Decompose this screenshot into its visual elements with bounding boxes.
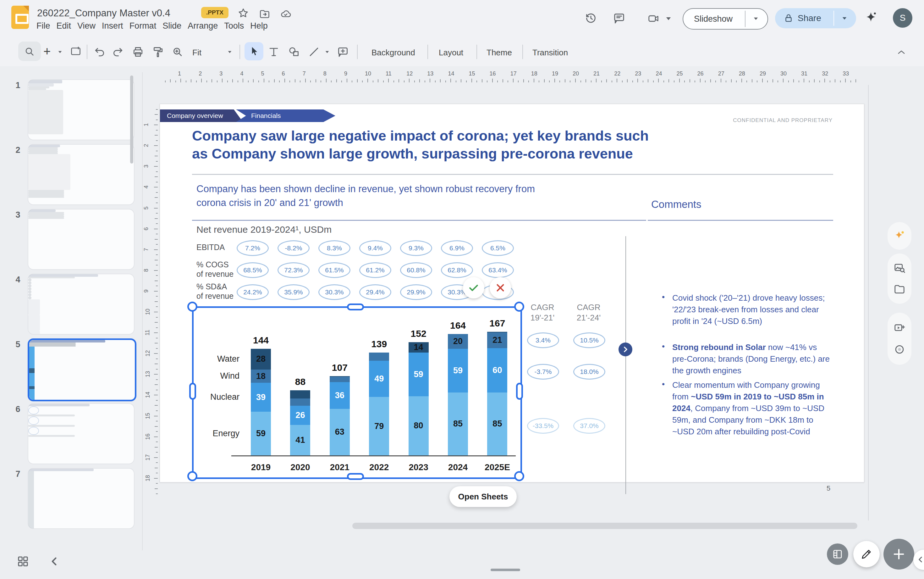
share-button[interactable]: Share bbox=[775, 8, 856, 28]
slideshow-button[interactable]: Slideshow bbox=[683, 8, 768, 29]
ruler-tick bbox=[155, 260, 158, 260]
meet-camera-icon[interactable] bbox=[647, 13, 660, 25]
slide-thumbnail-3[interactable] bbox=[28, 209, 135, 270]
cloud-status-icon[interactable] bbox=[280, 8, 292, 20]
selection-handle-s[interactable] bbox=[347, 473, 364, 480]
gemini-spark-icon[interactable] bbox=[893, 229, 906, 243]
collapse-filmstrip-icon[interactable] bbox=[48, 555, 61, 568]
edit-fab[interactable] bbox=[853, 541, 880, 568]
text-box-icon[interactable] bbox=[268, 46, 280, 58]
image-search-icon[interactable] bbox=[893, 262, 906, 274]
menu-item-file[interactable]: File bbox=[33, 20, 54, 33]
slideshow-caret-icon[interactable] bbox=[754, 18, 758, 20]
comments-icon[interactable] bbox=[613, 12, 626, 25]
selection-handle-n[interactable] bbox=[347, 304, 364, 311]
menu-item-slide[interactable]: Slide bbox=[159, 20, 184, 33]
selection-handle-ne[interactable] bbox=[514, 302, 524, 312]
target-icon[interactable] bbox=[893, 343, 906, 355]
zoom-fit-label[interactable]: Fit bbox=[192, 48, 202, 57]
menu-item-arrange[interactable]: Arrange bbox=[184, 20, 221, 33]
horizontal-scrollbar[interactable] bbox=[352, 523, 857, 529]
print-icon[interactable] bbox=[132, 46, 144, 58]
share-caret-icon[interactable] bbox=[843, 17, 847, 20]
new-slide-layout-icon[interactable] bbox=[70, 46, 82, 57]
ruler-tick bbox=[154, 229, 158, 229]
video-add-icon[interactable] bbox=[893, 322, 906, 334]
slide-thumbnail-5[interactable] bbox=[28, 339, 136, 401]
gemini-icon[interactable] bbox=[864, 11, 878, 25]
ruler-number: 6 bbox=[282, 70, 285, 77]
ruler-number: 13 bbox=[427, 70, 433, 77]
slide-thumbnail-6[interactable] bbox=[28, 403, 135, 464]
folder-icon[interactable] bbox=[893, 283, 906, 295]
notes-resize-handle[interactable] bbox=[491, 569, 520, 571]
metric-oval: 63.4% bbox=[482, 262, 514, 278]
collapse-toolbar-icon[interactable] bbox=[896, 47, 907, 57]
sketch-dot bbox=[28, 284, 31, 288]
add-slide-button[interactable]: + bbox=[43, 46, 51, 57]
new-slide-fab[interactable] bbox=[883, 539, 914, 569]
move-folder-icon[interactable] bbox=[259, 8, 270, 20]
slide-thumbnail-1[interactable] bbox=[28, 79, 135, 140]
menu-item-help[interactable]: Help bbox=[247, 20, 271, 33]
insert-comment-icon[interactable] bbox=[337, 46, 349, 58]
version-history-icon[interactable] bbox=[585, 12, 597, 25]
redo-icon[interactable] bbox=[112, 46, 124, 58]
series-label-nuclear: Nuclear bbox=[192, 392, 240, 402]
zoom-fit-caret-icon[interactable] bbox=[228, 51, 231, 53]
ruler-tick bbox=[155, 405, 158, 406]
menu-item-insert[interactable]: Insert bbox=[99, 20, 126, 33]
selection-handle-w[interactable] bbox=[189, 383, 196, 400]
paint-format-icon[interactable] bbox=[152, 46, 164, 58]
accept-button[interactable] bbox=[463, 277, 484, 298]
sketch-box bbox=[28, 330, 40, 334]
ruler-tick bbox=[788, 80, 789, 82]
camera-caret-icon[interactable] bbox=[666, 17, 671, 20]
side-panel-group-gemini bbox=[888, 222, 911, 250]
star-icon[interactable] bbox=[238, 8, 249, 19]
reject-button[interactable] bbox=[490, 277, 511, 298]
ruler-tick bbox=[155, 156, 158, 156]
select-tool-button[interactable] bbox=[244, 42, 263, 61]
shape-icon[interactable] bbox=[288, 46, 300, 58]
background-button[interactable]: Background bbox=[372, 48, 415, 57]
transition-button[interactable]: Transition bbox=[533, 48, 568, 57]
comments-rule bbox=[648, 220, 833, 221]
layout-view-fab[interactable] bbox=[827, 543, 848, 565]
ruler-tick bbox=[155, 426, 158, 427]
layout-button[interactable]: Layout bbox=[439, 48, 463, 57]
menu-item-tools[interactable]: Tools bbox=[221, 20, 247, 33]
side-panel-group-media bbox=[888, 254, 911, 304]
ruler-number: 3 bbox=[219, 70, 223, 77]
slides-logo-icon[interactable] bbox=[11, 6, 29, 29]
selection-handle-se[interactable] bbox=[514, 471, 524, 481]
menu-item-format[interactable]: Format bbox=[126, 20, 160, 33]
sketch-bar bbox=[28, 471, 34, 502]
collapse-sidebar-pill[interactable] bbox=[913, 550, 924, 570]
document-title[interactable]: 260222_Company Master v0.4 bbox=[37, 8, 170, 19]
line-tool-caret-icon[interactable] bbox=[326, 51, 329, 53]
slide-thumbnail-4[interactable] bbox=[28, 274, 135, 335]
selection-handle-e[interactable] bbox=[516, 383, 523, 400]
line-tool-icon[interactable] bbox=[308, 46, 320, 58]
bar-segment-wind bbox=[369, 353, 389, 361]
google-slides-window: 260222_Company Master v0.4 .PPTX FileEdi… bbox=[0, 0, 924, 579]
selection-handle-nw[interactable] bbox=[187, 302, 197, 312]
chevron-left-icon bbox=[916, 555, 924, 564]
ruler-tick bbox=[156, 390, 158, 390]
slide-thumbnail-7[interactable] bbox=[28, 468, 135, 529]
open-sheets-button[interactable]: Open Sheets bbox=[450, 486, 517, 507]
menu-item-edit[interactable]: Edit bbox=[54, 20, 75, 33]
filmstrip-scrollbar[interactable] bbox=[130, 75, 133, 164]
undo-icon[interactable] bbox=[94, 46, 106, 58]
cagr-oval: 3.4% bbox=[527, 332, 559, 348]
grid-view-icon[interactable] bbox=[16, 555, 29, 568]
slide-thumbnail-2[interactable] bbox=[28, 144, 135, 205]
selection-handle-sw[interactable] bbox=[187, 471, 197, 481]
theme-button[interactable]: Theme bbox=[487, 48, 512, 57]
zoom-in-icon[interactable] bbox=[171, 46, 184, 58]
search-button[interactable] bbox=[18, 41, 41, 61]
menu-item-view[interactable]: View bbox=[74, 20, 99, 33]
add-slide-caret-icon[interactable] bbox=[59, 51, 62, 53]
avatar[interactable]: S bbox=[893, 8, 913, 28]
